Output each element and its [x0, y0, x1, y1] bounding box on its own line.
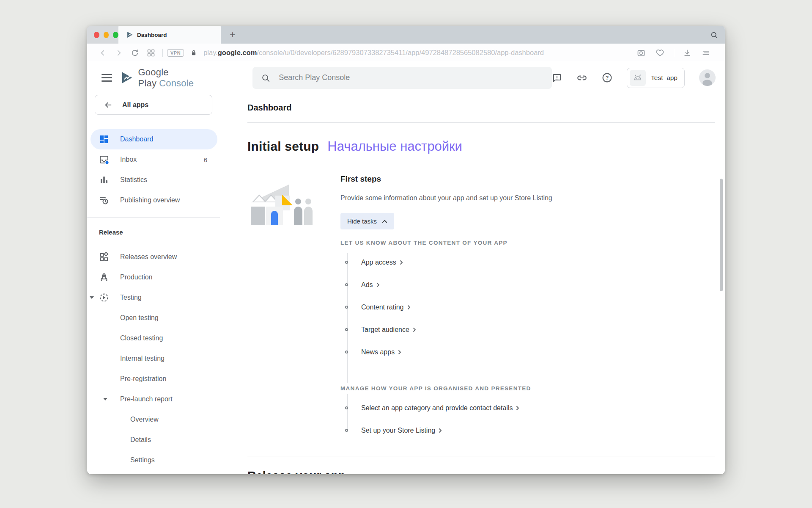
sidebar-item-production[interactable]: Production — [87, 267, 220, 287]
link-icon[interactable] — [576, 72, 587, 83]
chevron-right-icon — [407, 305, 411, 310]
sidebar-item-closed-testing[interactable]: Closed testing — [87, 328, 220, 348]
tab-title: Dashboard — [137, 32, 167, 38]
releases-overview-icon — [99, 252, 109, 262]
window-controls — [87, 26, 118, 44]
sidebar-item-releases-overview[interactable]: Releases overview — [87, 247, 220, 267]
sidebar-item-inbox[interactable]: Inbox 6 — [87, 149, 220, 170]
release-your-app-heading: Release your app — [247, 469, 715, 474]
task-content-rating[interactable]: Content rating — [340, 296, 715, 318]
play-console-header: Google PlayConsole ? Test_app — [87, 62, 725, 93]
vpn-badge[interactable]: VPN — [167, 49, 184, 57]
sidebar-item-prelaunch-settings[interactable]: Settings — [87, 450, 220, 470]
task-target-audience[interactable]: Target audience — [340, 318, 715, 341]
sidebar-item-label: Internal testing — [120, 355, 165, 362]
favorites-heart-icon[interactable] — [653, 47, 666, 59]
app-selector-chip[interactable]: Test_app — [627, 68, 685, 88]
close-window-button[interactable] — [94, 32, 99, 38]
menu-hamburger-icon[interactable] — [102, 74, 112, 82]
task-group-header: MANAGE HOW YOUR APP IS ORGANISED AND PRE… — [340, 383, 715, 394]
initial-setup-translation: Начальные настройки — [327, 139, 462, 154]
production-rocket-icon — [99, 272, 109, 282]
minimize-window-button[interactable] — [104, 32, 109, 38]
reading-list-icon[interactable] — [700, 47, 712, 59]
sidebar-item-statistics[interactable]: Statistics — [87, 170, 220, 190]
sidebar-item-pre-launch-report[interactable]: Pre-launch report — [87, 389, 220, 409]
sidebar-item-label: Details — [130, 436, 151, 444]
sidebar-item-label: Inbox — [120, 156, 137, 163]
sidebar-item-label: Pre-registration — [120, 375, 166, 383]
inbox-icon — [99, 155, 109, 165]
screenshot-camera-icon[interactable] — [635, 47, 647, 59]
collapse-arrow-icon[interactable] — [103, 398, 107, 400]
refresh-icon[interactable] — [129, 47, 141, 59]
search-icon — [261, 73, 270, 83]
app-name: Test_app — [651, 74, 678, 82]
all-apps-button[interactable]: All apps — [95, 95, 212, 115]
task-ads[interactable]: Ads — [340, 273, 715, 296]
account-avatar[interactable] — [699, 69, 716, 86]
page-title: Dashboard — [247, 103, 291, 113]
feedback-icon[interactable] — [552, 73, 562, 83]
sidebar-item-internal-testing[interactable]: Internal testing — [87, 348, 220, 369]
help-icon[interactable]: ? — [602, 72, 612, 83]
task-status-dot — [345, 406, 348, 409]
release-section-label: Release — [87, 224, 220, 247]
statistics-icon — [99, 175, 109, 185]
zoom-window-button[interactable] — [113, 32, 118, 38]
search-bar[interactable] — [252, 67, 552, 89]
task-status-dot — [345, 328, 348, 331]
sidebar-item-open-testing[interactable]: Open testing — [87, 308, 220, 328]
browser-tab-bar: Dashboard + — [87, 26, 725, 44]
tab-bar-search-icon[interactable] — [710, 26, 718, 44]
task-store-listing[interactable]: Set up your Store Listing — [340, 419, 715, 442]
sidebar-item-dashboard[interactable]: Dashboard — [91, 129, 217, 149]
chevron-right-icon — [413, 327, 416, 332]
search-input[interactable] — [279, 73, 543, 82]
task-app-access[interactable]: App access — [340, 251, 715, 273]
sidebar-divider — [87, 217, 220, 218]
forward-icon[interactable] — [112, 47, 125, 59]
task-status-dot — [345, 429, 348, 432]
scrollbar-thumb[interactable] — [720, 179, 723, 291]
task-app-category-contact[interactable]: Select an app category and provide conta… — [340, 397, 715, 419]
sidebar-item-publishing-overview[interactable]: Publishing overview — [87, 190, 220, 210]
task-group-header: LET US KNOW ABOUT THE CONTENT OF YOUR AP… — [340, 237, 715, 248]
sidebar-item-label: Settings — [130, 456, 155, 464]
download-icon[interactable] — [681, 47, 694, 59]
browser-window: Dashboard + VPN play.google.com/console/… — [87, 26, 725, 474]
section-divider — [247, 456, 715, 456]
browser-url-bar: VPN play.google.com/console/u/0/develope… — [87, 44, 725, 62]
play-console-logo[interactable]: Google PlayConsole — [121, 67, 225, 89]
svg-text:?: ? — [606, 75, 609, 81]
extensions-grid-icon[interactable] — [145, 47, 157, 59]
sidebar-item-label: Statistics — [120, 176, 147, 184]
sidebar-item-prelaunch-overview[interactable]: Overview — [87, 409, 220, 430]
browser-tab-dashboard[interactable]: Dashboard — [118, 26, 221, 44]
dashboard-icon — [99, 134, 109, 144]
task-status-dot — [345, 306, 348, 309]
play-console-favicon — [126, 31, 133, 38]
sidebar-item-testing[interactable]: Testing — [87, 287, 220, 308]
sidebar-item-label: Dashboard — [120, 135, 153, 143]
sidebar-item-label: Production — [120, 273, 153, 281]
sidebar-item-label: Closed testing — [120, 334, 163, 342]
sidebar-item-label: Publishing overview — [120, 196, 180, 204]
first-steps-illustration — [251, 183, 314, 225]
new-tab-button[interactable]: + — [221, 26, 244, 44]
collapse-arrow-icon[interactable] — [90, 296, 94, 299]
url-text[interactable]: play.google.com/console/u/0/developers/6… — [203, 49, 635, 57]
sidebar-item-prelaunch-details[interactable]: Details — [87, 430, 220, 450]
lock-icon[interactable] — [190, 49, 198, 57]
task-status-dot — [345, 261, 348, 264]
hide-tasks-button[interactable]: Hide tasks — [340, 213, 394, 229]
back-arrow-icon — [104, 100, 113, 110]
back-icon[interactable] — [96, 47, 109, 59]
task-status-dot — [345, 351, 348, 353]
testing-icon — [99, 293, 109, 303]
chevron-right-icon — [398, 350, 401, 355]
sidebar-item-label: Open testing — [120, 314, 159, 322]
task-news-apps[interactable]: News apps — [340, 341, 715, 363]
all-apps-label: All apps — [122, 101, 148, 109]
sidebar-item-pre-registration[interactable]: Pre-registration — [87, 369, 220, 389]
